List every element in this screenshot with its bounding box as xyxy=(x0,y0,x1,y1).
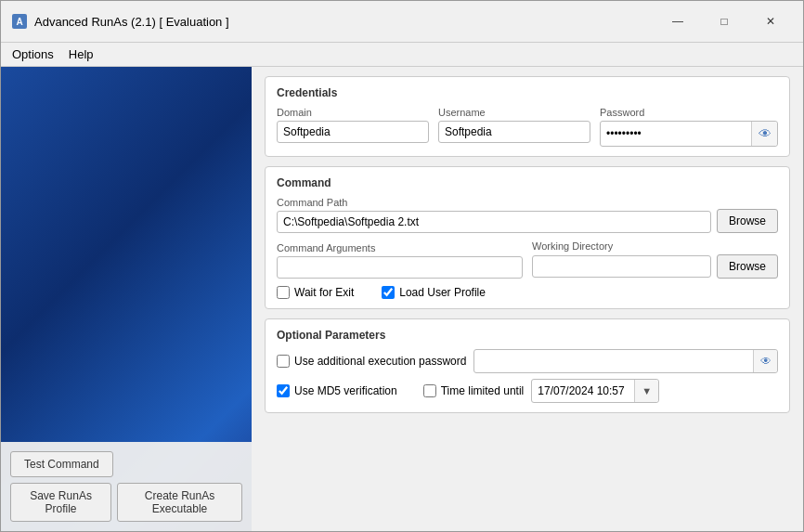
checkboxes-row: Wait for Exit Load User Profile xyxy=(277,286,778,299)
app-icon: A xyxy=(12,14,27,29)
window-title: Advanced RunAs (2.1) [ Evaluation ] xyxy=(34,15,229,29)
wait-for-exit-checkbox-label[interactable]: Wait for Exit xyxy=(277,286,354,299)
title-bar: A Advanced RunAs (2.1) [ Evaluation ] — … xyxy=(1,1,803,43)
menu-bar: Options Help xyxy=(1,43,803,67)
browse-command-button[interactable]: Browse xyxy=(717,209,778,233)
time-limited-checkbox-label[interactable]: Time limited until xyxy=(423,384,525,397)
test-command-button[interactable]: Test Command xyxy=(10,451,113,477)
load-user-profile-checkbox-label[interactable]: Load User Profile xyxy=(382,286,486,299)
load-user-profile-checkbox[interactable] xyxy=(382,286,395,299)
domain-field-group: Domain xyxy=(277,107,429,147)
close-button[interactable]: ✕ xyxy=(749,8,792,34)
exec-password-checkbox[interactable] xyxy=(277,355,290,368)
minimize-button[interactable]: — xyxy=(656,8,699,34)
domain-label: Domain xyxy=(277,107,429,118)
command-section: Command Command Path Browse Command Argu… xyxy=(265,166,790,309)
command-path-input[interactable] xyxy=(277,211,711,233)
command-path-label: Command Path xyxy=(277,197,711,208)
command-title: Command xyxy=(277,176,778,189)
command-path-field-group: Command Path xyxy=(277,197,711,233)
right-panel: Credentials Domain Username Password xyxy=(252,67,803,531)
credentials-row: Domain Username Password 👁 xyxy=(277,107,778,147)
time-input-wrapper: ▼ xyxy=(531,379,659,403)
args-workdir-row: Command Arguments Working Directory Brow… xyxy=(277,240,778,279)
bottom-buttons: Test Command Save RunAs Profile Create R… xyxy=(1,442,252,531)
menu-options[interactable]: Options xyxy=(5,45,61,64)
exec-password-label: Use additional execution password xyxy=(294,355,466,368)
calendar-button[interactable]: ▼ xyxy=(634,380,658,402)
credentials-section: Credentials Domain Username Password xyxy=(265,76,790,157)
time-limited-checkbox[interactable] xyxy=(423,384,436,397)
command-args-field-group: Command Arguments xyxy=(277,242,523,279)
password-input[interactable] xyxy=(601,123,751,144)
title-bar-left: A Advanced RunAs (2.1) [ Evaluation ] xyxy=(12,14,229,29)
exec-password-checkbox-label[interactable]: Use additional execution password xyxy=(277,355,466,368)
command-args-input[interactable] xyxy=(277,256,523,279)
time-value-input[interactable] xyxy=(532,381,634,401)
credentials-title: Credentials xyxy=(277,86,778,99)
wait-for-exit-checkbox[interactable] xyxy=(277,286,290,299)
exec-password-input[interactable] xyxy=(474,351,753,371)
exec-password-eye-button[interactable]: 👁 xyxy=(753,350,777,372)
browse-workdir-button[interactable]: Browse xyxy=(717,254,778,279)
username-label: Username xyxy=(438,107,590,118)
password-eye-button[interactable]: 👁 xyxy=(751,122,777,146)
main-window: A Advanced RunAs (2.1) [ Evaluation ] — … xyxy=(0,0,804,532)
working-dir-field-group: Working Directory Browse xyxy=(532,240,778,279)
button-row-2: Save RunAs Profile Create RunAs Executab… xyxy=(10,483,242,522)
load-user-profile-label: Load User Profile xyxy=(399,286,486,299)
username-field-group: Username xyxy=(438,107,590,147)
optional-title: Optional Parameters xyxy=(277,329,778,342)
password-field-group: Password 👁 xyxy=(600,107,778,147)
working-dir-label: Working Directory xyxy=(532,240,778,252)
time-limited-label: Time limited until xyxy=(441,384,525,397)
optional-section: Optional Parameters Use additional execu… xyxy=(265,318,790,413)
md5-checkbox[interactable] xyxy=(277,384,290,397)
md5-label: Use MD5 verification xyxy=(294,384,397,397)
maximize-button[interactable]: □ xyxy=(703,8,746,34)
button-row-1: Test Command xyxy=(10,451,113,477)
title-bar-controls: — □ ✕ xyxy=(656,8,792,34)
menu-help[interactable]: Help xyxy=(61,45,101,64)
save-runas-button[interactable]: Save RunAs Profile xyxy=(10,483,111,522)
domain-input[interactable] xyxy=(277,121,429,143)
create-runas-button[interactable]: Create RunAs Executable xyxy=(117,483,242,522)
command-args-label: Command Arguments xyxy=(277,242,523,253)
exec-password-wrapper: 👁 xyxy=(473,349,778,373)
md5-checkbox-label[interactable]: Use MD5 verification xyxy=(277,384,397,397)
left-panel: SOFTPEDIA Test Command Save RunAs Profil… xyxy=(1,67,252,531)
wait-for-exit-label: Wait for Exit xyxy=(294,286,354,299)
optional-row1: Use additional execution password 👁 xyxy=(277,349,778,373)
username-input[interactable] xyxy=(438,121,590,143)
password-label: Password xyxy=(600,107,778,118)
optional-row2: Use MD5 verification Time limited until … xyxy=(277,379,778,403)
main-content: SOFTPEDIA Test Command Save RunAs Profil… xyxy=(1,67,803,531)
password-wrapper: 👁 xyxy=(600,121,778,147)
working-dir-input[interactable] xyxy=(532,255,711,278)
command-path-row: Command Path Browse xyxy=(277,197,778,233)
